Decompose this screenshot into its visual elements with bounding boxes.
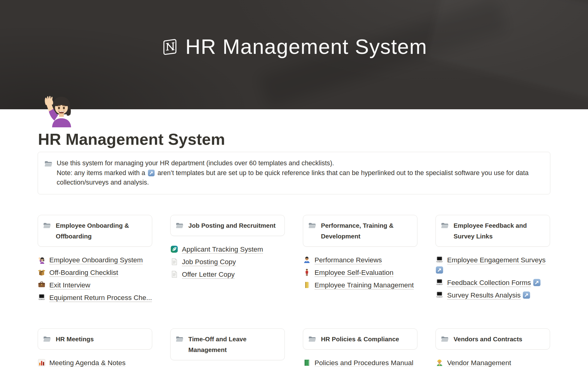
page-emoji-icon[interactable] [40,90,77,127]
red-person-icon [303,268,311,276]
link-exit-interview[interactable]: Exit Interview [38,280,152,290]
card-title: Time-Off and Leave Management [188,334,280,355]
link-label: Policies and Procedures Manual [315,359,413,367]
cover-title: HR Management System [185,36,427,58]
card-title: Employee Onboarding & Offboarding [56,220,148,242]
link-label: Performance Reviews [315,256,382,264]
arrow-up-right-icon [522,291,530,299]
folder-icon [308,222,316,230]
folder-icon [43,222,51,230]
laptop-icon [435,291,443,299]
page-content: HR Management System Use this system for… [0,130,588,367]
briefcase-icon [38,281,46,289]
link-label: Offer Letter Copy [182,271,235,278]
link-employee-onboarding-system[interactable]: Employee Onboarding System [38,255,152,265]
green-book-icon [303,359,311,367]
folder-icon [175,335,183,343]
link-performance-reviews[interactable]: Performance Reviews [303,255,417,265]
card-title: Job Posting and Recruitment [188,220,276,231]
link-label: Equipment Return Process Che... [49,294,152,301]
link-meeting-agenda-notes[interactable]: Meeting Agenda & Notes [38,358,152,367]
cover-title-row: HR Management System [0,36,588,58]
card-hr-policies-compliance[interactable]: HR Policies & Compliance [303,328,417,350]
section-links: Meeting Agenda & Notes [38,358,152,367]
document-icon [170,270,178,278]
arrow-up-right-icon [533,279,541,286]
link-label: Off-Boarding Checklist [49,269,118,276]
link-employee-self-evaluation[interactable]: Employee Self-Evaluation [303,268,417,278]
document-icon [170,258,178,266]
section-column-job-posting-and-recruitment: Job Posting and Recruitment Applicant Tr… [170,215,285,282]
section-column-vendors-and-contracts: Vendors and Contracts Vendor Management [435,328,550,367]
folder-icon [43,335,51,343]
sections-row-1: Employee Onboarding & Offboarding Employ… [38,215,550,305]
card-title: Vendors and Contracts [454,334,522,344]
folder-icon [441,335,449,343]
laptop-icon [435,256,443,264]
card-employee-feedback-and-survey-links[interactable]: Employee Feedback and Survey Links [435,215,550,247]
leaf-app-icon [170,245,178,253]
card-title: HR Meetings [56,334,94,344]
link-job-posting-copy[interactable]: Job Posting Copy [170,257,285,267]
card-title: HR Policies & Compliance [321,334,399,344]
section-links: Applicant Tracking System Job Posting Co… [170,244,285,279]
callout-line-2-before: Note: any items marked with a [57,169,145,177]
link-employee-training-management[interactable]: Employee Training Management [303,280,417,290]
folder-icon [44,160,52,168]
link-applicant-tracking-system[interactable]: Applicant Tracking System [170,244,285,254]
link-label: Employee Training Management [315,281,414,289]
bar-chart-icon [38,359,46,367]
link-feedback-collection-forms[interactable]: Feedback Collection Forms [435,278,550,288]
link-employee-engagement-surveys[interactable]: Employee Engagement Surveys [435,255,550,275]
card-performance-training-development[interactable]: Performance, Training & Development [303,215,417,247]
link-vendor-management[interactable]: Vendor Management [435,358,550,367]
card-vendors-and-contracts[interactable]: Vendors and Contracts [435,328,550,350]
folder-icon [308,335,316,343]
link-label: Exit Interview [49,281,90,289]
link-survey-results-analysis[interactable]: Survey Results Analysis [435,290,550,300]
link-label: Job Posting Copy [182,258,236,266]
section-links: Policies and Procedures Manual [303,358,417,367]
arrow-up-right-icon [435,266,443,274]
link-off-boarding-checklist[interactable]: Off-Boarding Checklist [38,268,152,278]
notion-logo-icon [161,37,180,56]
section-column-time-off-and-leave-management: Time-Off and Leave Management [170,328,285,367]
arrow-up-right-icon [148,169,155,177]
card-hr-meetings[interactable]: HR Meetings [38,328,152,350]
open-box-icon [38,268,46,276]
card-title: Employee Feedback and Survey Links [454,220,545,242]
card-employee-onboarding-offboarding[interactable]: Employee Onboarding & Offboarding [38,215,152,247]
section-column-employee-feedback-and-survey-links: Employee Feedback and Survey Links Emplo… [435,215,550,303]
card-title: Performance, Training & Development [321,220,413,242]
link-label: Employee Self-Evaluation [315,269,394,276]
construction-worker-icon [435,359,443,367]
callout-line-2: Note: any items marked with a aren’t tem… [57,168,541,188]
woman-raising-hand-icon [38,256,46,264]
section-column-hr-meetings: HR Meetings Meeting Agenda & Notes [38,328,152,367]
link-label: Employee Engagement Surveys [447,256,545,264]
link-label: Employee Onboarding System [49,256,143,264]
link-label: Feedback Collection Forms [447,279,531,286]
sections-row-2: HR Meetings Meeting Agenda & Notes Time-… [38,328,550,367]
section-links: Performance Reviews Employee Self-Evalua… [303,255,417,290]
link-offer-letter-copy[interactable]: Offer Letter Copy [170,269,285,279]
section-links: Employee Engagement Surveys Feedback Col… [435,255,550,300]
laptop-icon [435,279,443,286]
section-links: Employee Onboarding System Off-Boarding … [38,255,152,303]
office-worker-icon [303,256,311,264]
folder-icon [175,222,183,230]
link-label: Survey Results Analysis [447,291,521,299]
link-equipment-return-process-che[interactable]: Equipment Return Process Che... [38,293,152,303]
section-column-performance-training-development: Performance, Training & Development Perf… [303,215,417,293]
section-column-hr-policies-compliance: HR Policies & Compliance Policies and Pr… [303,328,417,367]
page-title: HR Management System [38,130,550,149]
yellow-book-icon [303,281,311,289]
section-links: Vendor Management [435,358,550,367]
callout-text: Use this system for managing your HR dep… [57,159,541,188]
laptop-icon [38,294,46,301]
link-label: Applicant Tracking System [182,245,263,253]
card-time-off-and-leave-management[interactable]: Time-Off and Leave Management [170,328,285,360]
link-policies-and-procedures-manual[interactable]: Policies and Procedures Manual [303,358,417,367]
card-job-posting-and-recruitment[interactable]: Job Posting and Recruitment [170,215,285,236]
folder-icon [441,222,449,230]
